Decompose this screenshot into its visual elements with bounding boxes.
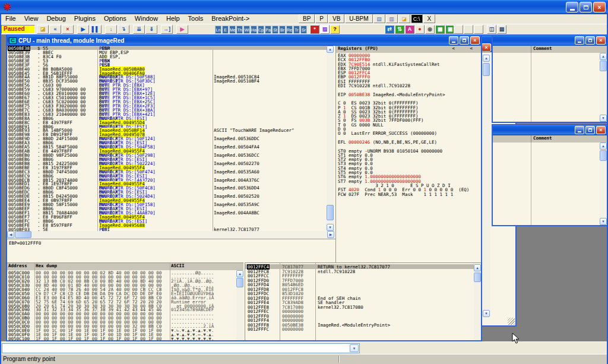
- stack-row[interactable]: 0012FFEC00000000: [245, 309, 474, 314]
- register-line[interactable]: ST3 empty 0.0: [336, 161, 481, 165]
- register-line[interactable]: EAX 00000000: [336, 53, 481, 57]
- register-line[interactable]: ST5 empty 0.0: [336, 170, 481, 174]
- disasm-line[interactable]: 0050BE8A.8B06MOV EAX,DWORD PTR DS:[ESI]: [7, 116, 327, 120]
- disasm-line[interactable]: 0050BEE4.E8 0B97F8FFCALL ImageRed.004955…: [7, 198, 327, 202]
- disasm-line[interactable]: 0050BEDE.8B15 D4245000MOV EDX,DWORD PTR …: [7, 194, 327, 198]
- view-button-e[interactable]: E: [222, 26, 229, 34]
- close-button[interactable]: ×: [482, 43, 491, 52]
- close-button[interactable]: ×: [593, 2, 606, 12]
- stack-vscrollbar[interactable]: ▲: [474, 263, 481, 340]
- dump-row[interactable]: 0050C09030 31 32 33 34 35 36 37 38 39 41…: [7, 307, 236, 311]
- dump-row[interactable]: 0050C1001F 00 1F 00 1F 00 1F 00 1F 00 1F…: [7, 336, 236, 340]
- dump-row[interactable]: 0050C01000 00 00 00 00 00 00 00 00 00 00…: [7, 274, 236, 278]
- disasm-line[interactable]: 0050BE3B.83C4 F0ADD ESP,-10: [7, 54, 327, 58]
- disasm-line[interactable]: 0050BE93.BA 14BF5000MOV EDX,ImageRed.005…: [7, 128, 327, 132]
- record-icon[interactable]: ●: [415, 25, 425, 34]
- disasm-line[interactable]: 0050BEB6.8B06MOV EAX,DWORD PTR DS:[ESI]: [7, 157, 327, 161]
- keyboard-icon[interactable]: ▦: [435, 25, 445, 34]
- menu-item-window[interactable]: Window: [131, 14, 162, 22]
- register-line[interactable]: O 0 LastErr ERROR_SUCCESS (00000000): [336, 131, 481, 135]
- stack-row[interactable]: 0012FFDC853D1020: [245, 291, 474, 296]
- register-line[interactable]: FST 4020 Cond 1 0 0 0 Err 0 0 1 0 0 0 0 …: [336, 187, 481, 191]
- cpu-window[interactable]: C CPU - main thread, module ImageRed × 0…: [6, 34, 482, 341]
- disasm-line[interactable]: 0050BE3F.56PUSH ESI: [7, 62, 327, 67]
- animate-over-icon[interactable]: ⇓: [145, 25, 157, 34]
- dropdown-arrow-icon[interactable]: ▼: [350, 344, 359, 352]
- stack-row[interactable]: 0012FFFC00000000: [245, 327, 474, 331]
- info-pane[interactable]: EBP=0012FFF0: [7, 239, 335, 262]
- disasm-line[interactable]: 0050BEA5.8B15 584F5000MOV EDX,DWORD PTR …: [7, 144, 327, 148]
- disasm-line[interactable]: 0050BEB0.8B0D 98F25000MOV ECX,DWORD PTR …: [7, 153, 327, 157]
- dump-vscrollbar[interactable]: ▲: [236, 270, 243, 340]
- view-button-ln[interactable]: Ln: [215, 26, 221, 34]
- minimize-button[interactable]: [575, 36, 584, 45]
- register-line[interactable]: EDX 7C90E514 ntdll.KiFastSystemCallRet: [336, 62, 481, 66]
- dump-row[interactable]: 0050C040CC 24 40 00 78 26 40 00 54 2A 40…: [7, 287, 236, 291]
- view-button-br[interactable]: Br: [279, 26, 286, 34]
- close-button[interactable]: ×: [470, 36, 480, 45]
- view-button-sr[interactable]: Sr: [300, 26, 307, 34]
- layout-rows-icon[interactable]: ▤: [497, 25, 506, 34]
- console-icon[interactable]: C:\: [411, 14, 423, 23]
- list-body[interactable]: ▲ ▼: [493, 53, 607, 122]
- register-line[interactable]: 3 2 1 0 E S P U O Z D I: [336, 183, 481, 187]
- disasm-line[interactable]: 0050BEAB.E8 4497F8FFCALL ImageRed.004955…: [7, 148, 327, 153]
- view-button-wi[interactable]: Wi: [243, 26, 250, 34]
- disasm-line[interactable]: 0050BE83.C683 21040000 00MOV BYTE PTR DS…: [7, 112, 327, 116]
- stack-row[interactable]: 0012FFF000000000: [245, 314, 474, 318]
- animate-into-icon[interactable]: ⇊: [133, 25, 145, 34]
- disasm-line[interactable]: 0050BEFC.8B06MOV EAX,DWORD PTR DS:[ESI]: [7, 219, 327, 223]
- disasm-line[interactable]: 0050BE67.C683 C5010000 00MOV BYTE PTR DS…: [7, 95, 327, 99]
- view-button-re[interactable]: Re: [286, 26, 293, 34]
- plugin-button-bp[interactable]: BP: [299, 14, 315, 23]
- help-icon[interactable]: ?: [330, 25, 340, 34]
- dump-row[interactable]: 0050C060E1 E3 00 E4 E5 8D 40 00 45 72 72…: [7, 295, 236, 299]
- book-icon[interactable]: ▥: [386, 14, 398, 23]
- disasm-line[interactable]: 0050BEFE.E8 8597F8FFCALL ImageRed.004956…: [7, 223, 327, 227]
- disasm-line[interactable]: 0050BEA3.8B06MOV EAX,DWORD PTR DS:[ESI]: [7, 140, 327, 144]
- disasm-line[interactable]: 0050BE75.C683 F3020000 00MOV BYTE PTR DS…: [7, 103, 327, 107]
- dump-row[interactable]: 0050C0F01E 00 1F 00 1E 00 1F 00 1F 00 1D…: [7, 332, 236, 336]
- view-button-me[interactable]: Me: [229, 26, 236, 34]
- register-line[interactable]: C 0 ES 0023 32bit 0(FFFFFFFF): [336, 100, 481, 105]
- plugin-button-p[interactable]: P: [315, 14, 328, 23]
- disasm-line[interactable]: 0050BE45.E8 56B1EFFFCALL ImageRed.00406F…: [7, 71, 327, 75]
- disasm-line[interactable]: 0050BEF1.8B15 70A84A00MOV EDX,DWORD PTR …: [7, 210, 327, 214]
- cpu-title-bar[interactable]: C CPU - main thread, module ImageRed ×: [7, 36, 481, 46]
- disasm-line[interactable]: 0050BE60.C683 2E010000 00MOV BYTE PTR DS…: [7, 91, 327, 95]
- view-button-cp[interactable]: Cp: [258, 26, 264, 34]
- dump-row[interactable]: 0050C0A000 00 00 00 00 00 00 00 00 00 00…: [7, 311, 236, 315]
- stack-row[interactable]: 0012FFE87C817080kernel32.7C817080: [245, 305, 474, 309]
- menu-item-breakpoint[interactable]: BreakPoint->: [207, 14, 254, 22]
- view-button-pa[interactable]: Pa: [265, 26, 271, 34]
- disasm-line[interactable]: 0050BED1.E8 1E97F8FFCALL ImageRed.004955…: [7, 181, 327, 185]
- list-body[interactable]: ▲ ▼: [493, 143, 607, 225]
- notepad-icon[interactable]: ▤: [373, 14, 385, 23]
- register-line[interactable]: EDI 7C910228 ntdll.7C910228: [336, 83, 481, 87]
- dump-row[interactable]: 0050C03000 8D 40 00 01 8D 40 00 00 00 00…: [7, 283, 236, 287]
- disasm-line[interactable]: 0050BE8C.E8 4397F8FFCALL ImageRed.004955…: [7, 120, 327, 124]
- disasm-line[interactable]: 0050BEC3.8B0D 74F45000MOV ECX,DWORD PTR …: [7, 169, 327, 173]
- collapse-button[interactable]: <: [470, 46, 473, 51]
- registers-pane[interactable]: Registers (FPU) < < EAX 00000000ECX 0012…: [335, 46, 481, 262]
- menu-item-plugins[interactable]: Plugins: [70, 14, 100, 22]
- close-button[interactable]: ×: [596, 126, 606, 134]
- disassembly-pane[interactable]: 0050BE38$55PUSH EBP0050BE39.8BECMOV EBP,…: [7, 46, 327, 231]
- dump-row[interactable]: 0050C07052 75 6E 74 69 6D 65 20 65 72 72…: [7, 299, 236, 303]
- register-line[interactable]: ESI FFFFFFFF: [336, 79, 481, 83]
- restore-button[interactable]: [460, 36, 469, 45]
- stack-row[interactable]: 0012FFC47C817077RETURN to kernel32.7C817…: [245, 264, 474, 269]
- register-line[interactable]: EIP 0050BE38 ImageRed.<ModuleEntryPoint>: [336, 92, 481, 96]
- window-title-bar[interactable]: ×: [493, 125, 607, 135]
- disasm-line[interactable]: 0050BEEF.8B06MOV EAX,DWORD PTR DS:[ESI]: [7, 206, 327, 210]
- command-combobox[interactable]: ▼: [2, 343, 360, 353]
- disasm-line[interactable]: 0050BE40.B8 B0BA5000MOV EAX,ImageRed.005…: [7, 67, 327, 71]
- register-line[interactable]: ST0 empty -UNORM B938 01050104 00000000: [336, 148, 481, 153]
- register-line[interactable]: ST6 empty 1.0000000000000000000: [336, 174, 481, 178]
- dump-row[interactable]: 0050C0E01F 00 1C 00 1F 00 1E 00 1F 00 1E…: [7, 328, 236, 332]
- stack-row[interactable]: 0012FFF80050BE38ImageRed.<ModuleEntryPoi…: [245, 322, 474, 327]
- restore-button[interactable]: [585, 126, 595, 134]
- menu-item-tools[interactable]: Tools: [184, 14, 208, 22]
- disasm-line[interactable]: 0050BE91.8B06MOV EAX,DWORD PTR DS:[ESI]: [7, 124, 327, 128]
- menu-item-help[interactable]: Help: [162, 14, 184, 22]
